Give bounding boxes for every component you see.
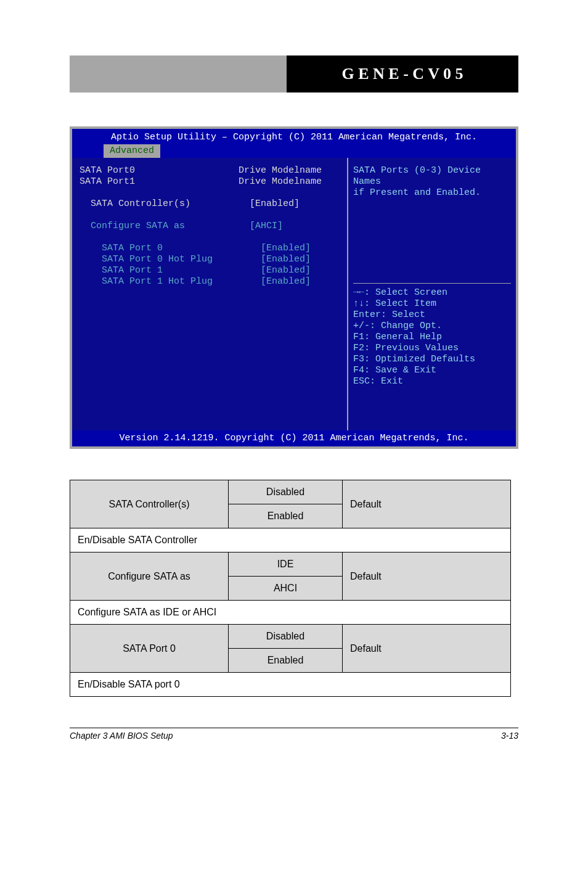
sata-port1-value: Drive Modelname (239, 176, 322, 187)
footer-chapter: Chapter 3 AMI BIOS Setup (70, 731, 173, 741)
bios-tab-advanced[interactable]: Advanced (104, 144, 160, 158)
key-opt-defaults: F3: Optimized Defaults (353, 354, 511, 365)
row-configure-sata-note: Configure SATA as IDE or AHCI (70, 601, 511, 625)
row-sata-controller-opt1: Disabled (229, 480, 343, 504)
row-sata-port0-opt1: Disabled (229, 625, 343, 649)
settings-table: SATA Controller(s) Disabled Default Enab… (70, 480, 511, 697)
sata-port-0-value[interactable]: [Enabled] (261, 243, 311, 254)
row-sata-port0-name: SATA Port 0 (70, 625, 229, 673)
banner-grey-fill (70, 55, 287, 92)
bios-screenshot: Aptio Setup Utility – Copyright (C) 2011… (70, 126, 518, 449)
row-sata-controller-name: SATA Controller(s) (70, 480, 229, 528)
page-footer-divider (70, 728, 518, 728)
bios-right-pane: SATA Ports (0-3) Device Names if Present… (347, 158, 516, 430)
bios-left-pane: SATA Port0 Drive Modelname SATA Port1 Dr… (72, 158, 347, 430)
sata-port-1-label[interactable]: SATA Port 1 (80, 265, 261, 276)
configure-sata-label[interactable]: Configure SATA as (80, 221, 250, 232)
footer-page-number: 3-13 (501, 731, 518, 741)
row-sata-controller-default: Default (343, 480, 511, 528)
row-sata-port0-default: Default (343, 625, 511, 673)
sata-port-1-value[interactable]: [Enabled] (261, 265, 311, 276)
sata-port0-label: SATA Port0 (80, 165, 239, 176)
sata-port-0-hotplug-value[interactable]: [Enabled] (261, 254, 311, 265)
product-name: G E N E - C V 0 5 (287, 55, 518, 92)
page-footer: Chapter 3 AMI BIOS Setup 3-13 (70, 731, 518, 741)
row-sata-port0-opt2: Enabled (229, 649, 343, 673)
bios-help-line-2: if Present and Enabled. (353, 187, 511, 199)
bios-help-line-1: SATA Ports (0-3) Device Names (353, 165, 511, 187)
sata-port0-value: Drive Modelname (239, 165, 322, 176)
key-change-opt: +/-: Change Opt. (353, 321, 511, 332)
key-save-exit: F4: Save & Exit (353, 365, 511, 376)
row-sata-port0-note: En/Disable SATA port 0 (70, 673, 511, 697)
sata-controller-label[interactable]: SATA Controller(s) (80, 199, 250, 210)
product-banner: G E N E - C V 0 5 (70, 55, 518, 92)
row-configure-sata-name: Configure SATA as (70, 552, 229, 601)
key-prev-values: F2: Previous Values (353, 343, 511, 354)
configure-sata-value[interactable]: [AHCI] (250, 221, 283, 232)
row-configure-sata-opt2: AHCI (229, 577, 343, 601)
sata-port-0-label[interactable]: SATA Port 0 (80, 243, 261, 254)
sata-port-0-hotplug-label[interactable]: SATA Port 0 Hot Plug (80, 254, 261, 265)
row-configure-sata-default: Default (343, 552, 511, 601)
row-configure-sata-opt1: IDE (229, 552, 343, 577)
row-sata-controller-note: En/Disable SATA Controller (70, 528, 511, 552)
bios-title: Aptio Setup Utility – Copyright (C) 2011… (72, 131, 516, 144)
key-select-item: ↑↓: Select Item (353, 298, 511, 310)
row-sata-controller-opt2: Enabled (229, 504, 343, 528)
sata-port1-label: SATA Port1 (80, 176, 239, 187)
key-esc: ESC: Exit (353, 376, 511, 387)
key-select-screen: →←: Select Screen (353, 287, 511, 298)
bios-version-footer: Version 2.14.1219. Copyright (C) 2011 Am… (72, 430, 516, 446)
sata-controller-value[interactable]: [Enabled] (250, 199, 300, 210)
key-enter: Enter: Select (353, 310, 511, 321)
sata-port-1-hotplug-label[interactable]: SATA Port 1 Hot Plug (80, 276, 261, 287)
sata-port-1-hotplug-value[interactable]: [Enabled] (261, 276, 311, 287)
bios-help-divider (353, 283, 511, 284)
bios-header: Aptio Setup Utility – Copyright (C) 2011… (72, 129, 516, 158)
key-general-help: F1: General Help (353, 332, 511, 343)
